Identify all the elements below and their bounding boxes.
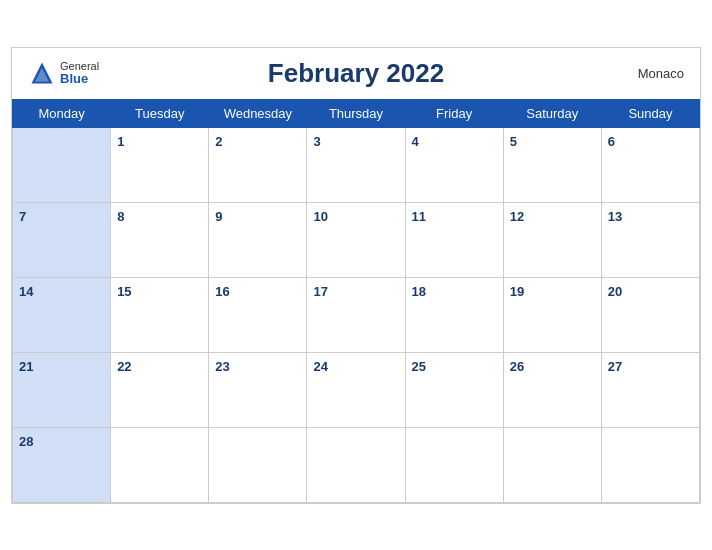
week2-sat: 12 <box>503 202 601 277</box>
week-5-row: 28 <box>13 427 700 502</box>
week4-sun: 27 <box>601 352 699 427</box>
week4-wed: 23 <box>209 352 307 427</box>
logo: General Blue <box>28 59 99 87</box>
week5-tue <box>111 427 209 502</box>
week5-sat <box>503 427 601 502</box>
week2-wed: 9 <box>209 202 307 277</box>
week1-thu: 3 <box>307 127 405 202</box>
header-wednesday: Wednesday <box>209 99 307 127</box>
country-label: Monaco <box>638 66 684 81</box>
calendar-table: Monday Tuesday Wednesday Thursday Friday… <box>12 99 700 503</box>
week2-mon: 7 <box>13 202 111 277</box>
week3-sat: 19 <box>503 277 601 352</box>
week3-fri: 18 <box>405 277 503 352</box>
week-2-row: 7 8 9 10 11 12 13 <box>13 202 700 277</box>
week4-thu: 24 <box>307 352 405 427</box>
week4-fri: 25 <box>405 352 503 427</box>
week1-mon <box>13 127 111 202</box>
logo-icon <box>28 59 56 87</box>
week-3-row: 14 15 16 17 18 19 20 <box>13 277 700 352</box>
week3-mon: 14 <box>13 277 111 352</box>
calendar-thead: Monday Tuesday Wednesday Thursday Friday… <box>13 99 700 127</box>
week5-thu <box>307 427 405 502</box>
week3-sun: 20 <box>601 277 699 352</box>
week3-wed: 16 <box>209 277 307 352</box>
calendar-body: 1 2 3 4 5 6 7 8 9 10 11 12 13 14 15 16 <box>13 127 700 502</box>
week5-wed <box>209 427 307 502</box>
week2-fri: 11 <box>405 202 503 277</box>
week1-sat: 5 <box>503 127 601 202</box>
logo-blue-label: Blue <box>60 72 99 86</box>
header-monday: Monday <box>13 99 111 127</box>
week3-thu: 17 <box>307 277 405 352</box>
header-sunday: Sunday <box>601 99 699 127</box>
week4-mon: 21 <box>13 352 111 427</box>
weekday-header-row: Monday Tuesday Wednesday Thursday Friday… <box>13 99 700 127</box>
header-saturday: Saturday <box>503 99 601 127</box>
header-friday: Friday <box>405 99 503 127</box>
week2-tue: 8 <box>111 202 209 277</box>
week3-tue: 15 <box>111 277 209 352</box>
week1-wed: 2 <box>209 127 307 202</box>
week4-tue: 22 <box>111 352 209 427</box>
calendar: General Blue February 2022 Monaco Monday… <box>11 47 701 504</box>
week-4-row: 21 22 23 24 25 26 27 <box>13 352 700 427</box>
week-1-row: 1 2 3 4 5 6 <box>13 127 700 202</box>
week1-tue: 1 <box>111 127 209 202</box>
month-title: February 2022 <box>268 58 444 89</box>
week2-sun: 13 <box>601 202 699 277</box>
week1-fri: 4 <box>405 127 503 202</box>
week2-thu: 10 <box>307 202 405 277</box>
calendar-header: General Blue February 2022 Monaco <box>12 48 700 99</box>
week1-sun: 6 <box>601 127 699 202</box>
week4-sat: 26 <box>503 352 601 427</box>
header-thursday: Thursday <box>307 99 405 127</box>
week5-sun <box>601 427 699 502</box>
week5-fri <box>405 427 503 502</box>
logo-text: General Blue <box>60 60 99 86</box>
week5-mon: 28 <box>13 427 111 502</box>
header-tuesday: Tuesday <box>111 99 209 127</box>
